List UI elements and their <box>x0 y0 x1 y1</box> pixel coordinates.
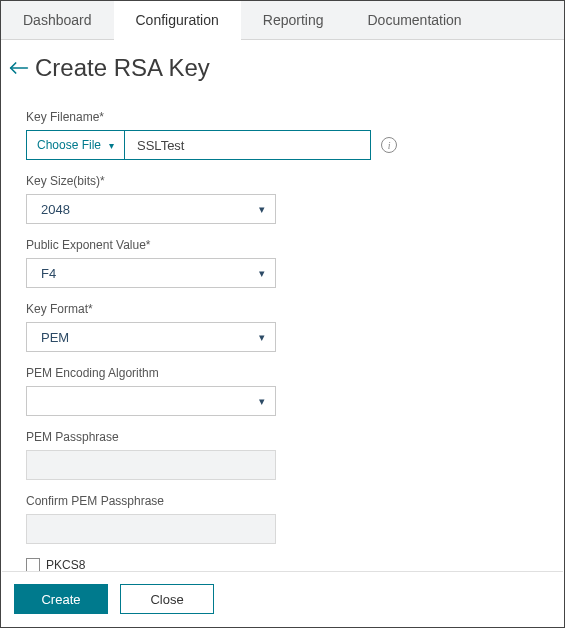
confirm-pem-passphrase-input[interactable] <box>26 514 276 544</box>
key-size-label: Key Size(bits)* <box>26 174 546 188</box>
key-filename-input[interactable] <box>125 130 371 160</box>
key-format-select[interactable]: PEM ▾ <box>26 322 276 352</box>
field-key-filename: Key Filename* Choose File ▾ i <box>26 110 546 160</box>
pem-passphrase-label: PEM Passphrase <box>26 430 546 444</box>
key-format-value: PEM <box>41 330 69 345</box>
info-icon[interactable]: i <box>381 137 397 153</box>
tab-configuration[interactable]: Configuration <box>114 1 241 40</box>
public-exponent-select[interactable]: F4 ▾ <box>26 258 276 288</box>
pem-encoding-label: PEM Encoding Algorithm <box>26 366 546 380</box>
pem-encoding-select[interactable]: ▾ <box>26 386 276 416</box>
back-arrow-icon[interactable] <box>9 60 29 76</box>
tab-bar: Dashboard Configuration Reporting Docume… <box>1 1 564 40</box>
tab-reporting[interactable]: Reporting <box>241 1 346 39</box>
field-pem-passphrase: PEM Passphrase <box>26 430 546 480</box>
confirm-pem-passphrase-label: Confirm PEM Passphrase <box>26 494 546 508</box>
page-header: Create RSA Key <box>1 40 564 88</box>
public-exponent-label: Public Exponent Value* <box>26 238 546 252</box>
choose-file-button-label: Choose File <box>37 138 101 152</box>
field-key-size: Key Size(bits)* 2048 ▾ <box>26 174 546 224</box>
chevron-down-icon: ▾ <box>259 203 265 216</box>
create-button[interactable]: Create <box>14 584 108 614</box>
chevron-down-icon: ▾ <box>259 267 265 280</box>
choose-file-button[interactable]: Choose File ▾ <box>26 130 125 160</box>
pkcs8-label[interactable]: PKCS8 <box>46 558 85 572</box>
chevron-down-icon: ▾ <box>259 395 265 408</box>
field-key-format: Key Format* PEM ▾ <box>26 302 546 352</box>
key-size-select[interactable]: 2048 ▾ <box>26 194 276 224</box>
chevron-down-icon: ▾ <box>259 331 265 344</box>
chevron-down-icon: ▾ <box>109 140 114 151</box>
tab-documentation[interactable]: Documentation <box>345 1 483 39</box>
field-public-exponent: Public Exponent Value* F4 ▾ <box>26 238 546 288</box>
field-confirm-pem-passphrase: Confirm PEM Passphrase <box>26 494 546 544</box>
field-pem-encoding: PEM Encoding Algorithm ▾ <box>26 366 546 416</box>
public-exponent-value: F4 <box>41 266 56 281</box>
form-create-rsa-key: Key Filename* Choose File ▾ i Key Size(b… <box>1 88 564 584</box>
close-button[interactable]: Close <box>120 584 214 614</box>
key-filename-row: Choose File ▾ i <box>26 130 546 160</box>
page-title: Create RSA Key <box>35 54 210 82</box>
pkcs8-checkbox[interactable] <box>26 558 40 572</box>
footer-actions: Create Close <box>2 571 563 626</box>
pem-passphrase-input[interactable] <box>26 450 276 480</box>
key-filename-label: Key Filename* <box>26 110 546 124</box>
key-size-value: 2048 <box>41 202 70 217</box>
tab-dashboard[interactable]: Dashboard <box>1 1 114 39</box>
field-pkcs8: PKCS8 <box>26 558 546 572</box>
key-format-label: Key Format* <box>26 302 546 316</box>
